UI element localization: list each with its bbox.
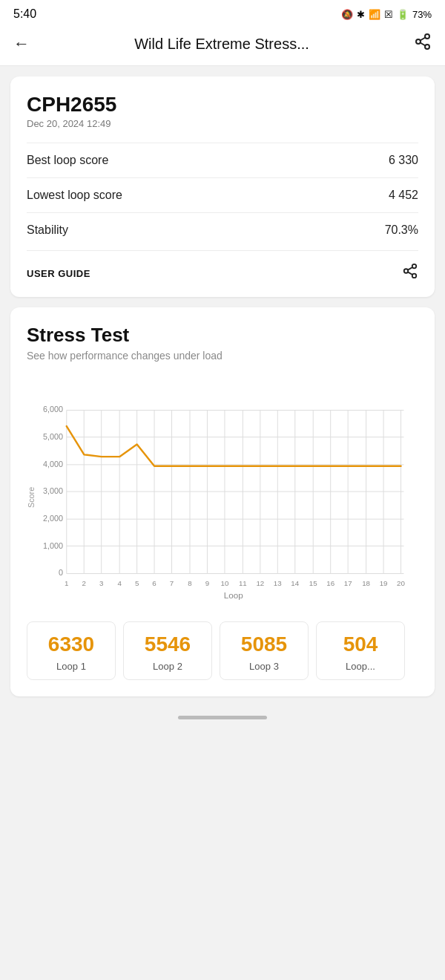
- home-bar: [178, 716, 267, 719]
- best-loop-value: 6 330: [389, 154, 418, 167]
- svg-text:3: 3: [99, 579, 103, 587]
- signal-icon: ☒: [384, 9, 393, 20]
- user-guide-label[interactable]: USER GUIDE: [27, 268, 90, 279]
- svg-text:5: 5: [135, 579, 139, 587]
- svg-text:15: 15: [309, 579, 317, 587]
- svg-text:2: 2: [82, 579, 86, 587]
- lowest-loop-row: Lowest loop score 4 452: [27, 177, 418, 212]
- svg-text:10: 10: [220, 579, 228, 587]
- svg-text:9: 9: [205, 579, 209, 587]
- mute-icon: 🔕: [341, 9, 353, 20]
- svg-text:Loop: Loop: [224, 590, 244, 600]
- svg-line-3: [421, 43, 426, 46]
- status-time: 5:40: [13, 7, 36, 21]
- loop-score-3: 5085: [228, 633, 300, 656]
- svg-text:3,000: 3,000: [43, 486, 63, 495]
- svg-line-9: [408, 267, 412, 270]
- back-button[interactable]: ←: [13, 34, 30, 53]
- svg-text:1,000: 1,000: [43, 541, 63, 550]
- summary-card: CPH2655 Dec 20, 2024 12:49 Best loop sco…: [10, 76, 435, 297]
- battery-percent: 73%: [412, 9, 432, 20]
- loop-tiles: 6330 Loop 1 5546 Loop 2 5085 Loop 3 504 …: [27, 621, 418, 683]
- svg-text:1: 1: [65, 579, 68, 587]
- card-share-button[interactable]: [402, 263, 418, 284]
- svg-text:20: 20: [397, 579, 405, 587]
- lowest-loop-label: Lowest loop score: [27, 189, 122, 202]
- stress-test-subtitle: See how performance changes under load: [27, 350, 418, 362]
- chart-line: [67, 426, 401, 466]
- svg-text:11: 11: [239, 579, 247, 587]
- wifi-icon: 📶: [369, 9, 380, 20]
- svg-text:8: 8: [188, 579, 191, 587]
- svg-text:16: 16: [326, 579, 334, 587]
- loop-tile-1: 6330 Loop 1: [27, 621, 116, 680]
- svg-text:2,000: 2,000: [43, 514, 63, 523]
- device-date: Dec 20, 2024 12:49: [27, 118, 418, 129]
- loop-score-2: 5546: [131, 633, 204, 656]
- toolbar: ← Wild Life Extreme Stress...: [0, 25, 445, 66]
- stability-label: Stability: [27, 223, 68, 237]
- svg-text:14: 14: [291, 579, 299, 587]
- chart-svg: Score 0 1,000 2,000 3,000 4,000: [27, 375, 418, 612]
- svg-line-8: [408, 272, 412, 275]
- stability-row: Stability 70.3%: [27, 212, 418, 247]
- best-loop-row: Best loop score 6 330: [27, 143, 418, 177]
- svg-text:0: 0: [59, 568, 63, 577]
- loop-tile-2: 5546 Loop 2: [123, 621, 212, 680]
- user-guide-row: USER GUIDE: [27, 250, 418, 284]
- svg-text:4,000: 4,000: [43, 460, 63, 468]
- svg-text:6,000: 6,000: [43, 405, 63, 414]
- svg-text:4: 4: [117, 579, 122, 587]
- battery-icon: 🔋: [397, 9, 409, 20]
- svg-text:17: 17: [344, 579, 352, 587]
- loop-label-3: Loop 3: [228, 661, 300, 672]
- lowest-loop-value: 4 452: [389, 189, 418, 202]
- loop-score-1: 6330: [35, 633, 108, 656]
- loop-score-4: 504: [324, 633, 397, 656]
- status-bar: 5:40 🔕 ✱ 📶 ☒ 🔋 73%: [0, 0, 445, 25]
- svg-line-4: [421, 38, 426, 41]
- page-content: CPH2655 Dec 20, 2024 12:49 Best loop sco…: [0, 66, 445, 707]
- best-loop-label: Best loop score: [27, 154, 108, 167]
- loop-label-2: Loop 2: [131, 661, 204, 672]
- device-name: CPH2655: [27, 93, 418, 117]
- status-icons: 🔕 ✱ 📶 ☒ 🔋 73%: [341, 9, 432, 20]
- loop-tile-4: 504 Loop...: [316, 621, 405, 680]
- share-button[interactable]: [414, 33, 432, 55]
- svg-text:12: 12: [256, 579, 264, 587]
- svg-text:6: 6: [152, 579, 156, 587]
- stress-test-chart: Score 0 1,000 2,000 3,000 4,000: [27, 375, 418, 612]
- home-indicator: [0, 707, 445, 725]
- svg-text:7: 7: [170, 579, 174, 587]
- bluetooth-icon: ✱: [357, 9, 365, 20]
- svg-text:19: 19: [380, 579, 388, 587]
- stress-test-card: Stress Test See how performance changes …: [10, 307, 435, 696]
- svg-text:18: 18: [362, 579, 370, 587]
- loop-label-1: Loop 1: [35, 661, 108, 672]
- svg-text:5,000: 5,000: [43, 432, 63, 441]
- page-title: Wild Life Extreme Stress...: [134, 36, 309, 53]
- stress-test-title: Stress Test: [27, 324, 418, 347]
- svg-text:13: 13: [274, 579, 282, 587]
- loop-tile-3: 5085 Loop 3: [220, 621, 309, 680]
- loop-label-4: Loop...: [324, 661, 397, 672]
- stability-value: 70.3%: [385, 223, 418, 237]
- y-axis-label: Score: [27, 487, 36, 508]
